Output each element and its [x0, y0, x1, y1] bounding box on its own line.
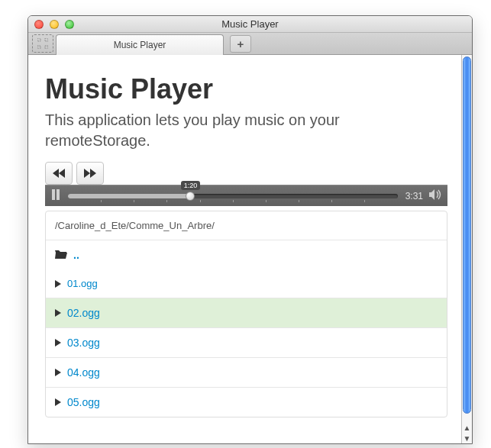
window-title: Music Player	[28, 18, 472, 30]
file-name: 04.ogg	[67, 366, 100, 379]
parent-folder-label: ..	[73, 249, 79, 261]
seek-position-label: 1:20	[181, 181, 201, 190]
file-name: 02.ogg	[67, 307, 100, 319]
prev-button[interactable]	[45, 162, 73, 185]
tab-label: Music Player	[114, 40, 166, 50]
file-name: 03.ogg	[67, 337, 100, 349]
content-area: Music Player This application lets you p…	[28, 55, 472, 443]
svg-rect-2	[37, 46, 40, 49]
seek-ticks	[68, 200, 398, 202]
file-list: /Caroline_d_Ete/Comme_Un_Arbre/ .. 01.og…	[45, 211, 447, 417]
svg-rect-3	[45, 46, 48, 49]
play-icon	[55, 369, 61, 376]
titlebar: Music Player	[28, 16, 472, 33]
media-bar: 1:20 3:31	[45, 185, 447, 206]
grid-icon	[37, 38, 48, 49]
fast-forward-icon	[84, 169, 96, 178]
breadcrumb-path: /Caroline_d_Ete/Comme_Un_Arbre/	[55, 220, 215, 231]
svg-rect-5	[57, 189, 60, 200]
breadcrumb: /Caroline_d_Ete/Comme_Un_Arbre/	[46, 211, 447, 240]
file-row[interactable]: 03.ogg	[46, 327, 447, 357]
rewind-icon	[53, 169, 65, 178]
file-row[interactable]: 04.ogg	[46, 357, 447, 387]
next-button[interactable]	[76, 162, 104, 185]
play-icon	[55, 339, 61, 346]
speaker-icon	[429, 189, 441, 200]
svg-rect-4	[52, 189, 55, 200]
file-name: 05.ogg	[67, 396, 100, 408]
transport-controls	[45, 162, 447, 185]
zoom-icon[interactable]	[65, 20, 74, 29]
file-name: 01.ogg	[67, 278, 98, 289]
tabbar: Music Player +	[28, 33, 472, 55]
traffic-lights	[28, 20, 74, 29]
scroll-up-arrow[interactable]: ▲	[462, 422, 472, 433]
file-row[interactable]: 02.ogg	[46, 298, 447, 327]
page: Music Player This application lets you p…	[28, 55, 461, 443]
play-icon	[55, 280, 61, 288]
play-pause-button[interactable]	[51, 189, 60, 202]
vertical-scrollbar[interactable]: ▲ ▼	[461, 55, 472, 443]
play-icon	[55, 398, 61, 406]
close-icon[interactable]	[34, 20, 44, 29]
tab-active[interactable]: Music Player	[56, 34, 224, 55]
tab-overview-button[interactable]	[32, 34, 53, 53]
parent-folder-row[interactable]: ..	[46, 240, 447, 269]
plus-icon: +	[237, 37, 244, 50]
file-row[interactable]: 05.ogg	[46, 387, 447, 417]
new-tab-button[interactable]: +	[230, 35, 251, 53]
play-icon	[55, 309, 61, 317]
page-title: Music Player	[45, 73, 447, 105]
scroll-thumb[interactable]	[463, 56, 471, 414]
svg-rect-1	[45, 38, 48, 41]
folder-open-icon	[55, 249, 67, 261]
seek-fill	[68, 194, 190, 198]
file-row[interactable]: 01.ogg	[46, 269, 447, 298]
minimize-icon[interactable]	[50, 20, 59, 29]
app-window: Music Player Music Player + Music Player…	[27, 15, 473, 444]
pause-icon	[51, 189, 60, 200]
page-lead: This application lets you play music on …	[45, 110, 427, 151]
volume-button[interactable]	[429, 189, 441, 202]
svg-rect-0	[37, 38, 40, 41]
duration-label: 3:31	[405, 191, 423, 201]
scroll-down-arrow[interactable]: ▼	[462, 433, 472, 443]
seek-track[interactable]: 1:20	[68, 194, 398, 198]
